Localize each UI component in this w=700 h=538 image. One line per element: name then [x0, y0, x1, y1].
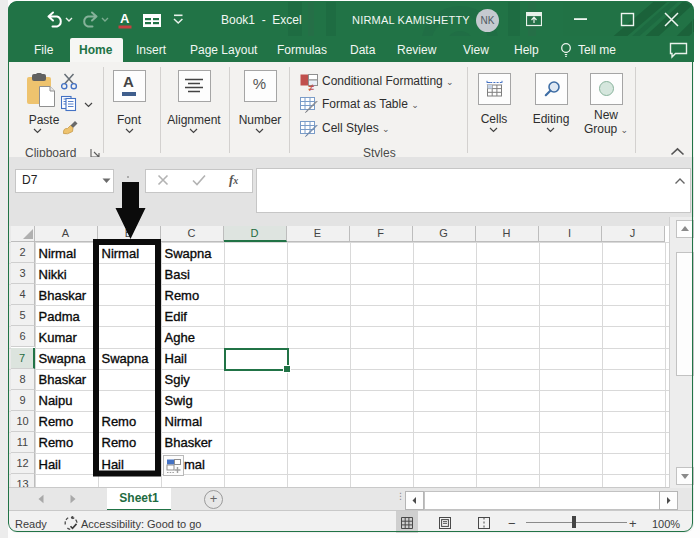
svg-text:≠: ≠	[309, 82, 315, 91]
svg-text:A: A	[120, 11, 130, 26]
